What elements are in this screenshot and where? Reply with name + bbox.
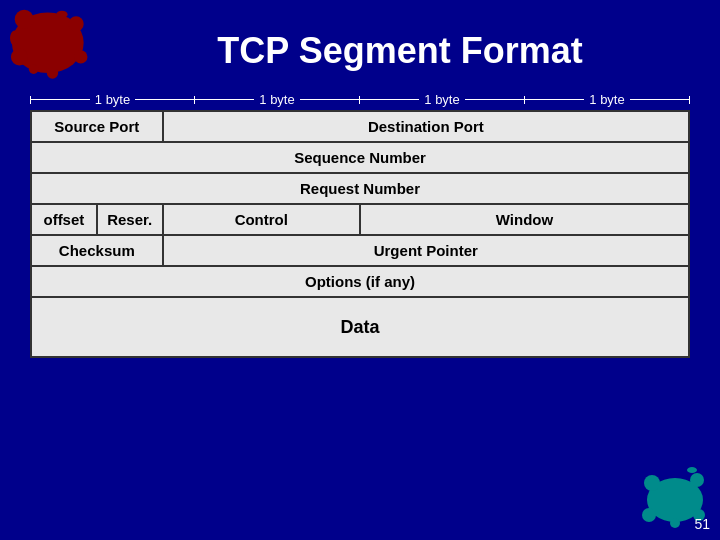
source-port-cell: Source Port bbox=[31, 111, 163, 142]
svg-point-10 bbox=[644, 475, 660, 491]
control-cell: Control bbox=[163, 204, 360, 235]
svg-point-11 bbox=[690, 473, 704, 487]
byte-ruler: 1 byte 1 byte 1 byte 1 byte bbox=[30, 92, 690, 107]
splatter-top-left-icon bbox=[5, 5, 100, 90]
dest-port-cell: Destination Port bbox=[163, 111, 689, 142]
svg-point-2 bbox=[69, 16, 84, 31]
offset-cell: offset bbox=[31, 204, 97, 235]
tcp-table: Source Port Destination Port Sequence Nu… bbox=[30, 110, 690, 358]
svg-point-6 bbox=[29, 65, 38, 74]
data-cell: Data bbox=[31, 297, 689, 357]
svg-point-14 bbox=[670, 518, 680, 528]
ruler-segment-3: 1 byte bbox=[360, 92, 525, 107]
svg-point-7 bbox=[56, 11, 67, 19]
table-row: offset Reser. Control Window bbox=[31, 204, 689, 235]
urgent-pointer-cell: Urgent Pointer bbox=[163, 235, 689, 266]
table-row: Checksum Urgent Pointer bbox=[31, 235, 689, 266]
ruler-segment-4: 1 byte bbox=[525, 92, 690, 107]
sequence-number-cell: Sequence Number bbox=[31, 142, 689, 173]
table-row: Source Port Destination Port bbox=[31, 111, 689, 142]
svg-point-15 bbox=[687, 467, 697, 473]
table-row: Sequence Number bbox=[31, 142, 689, 173]
table-row: Options (if any) bbox=[31, 266, 689, 297]
page-number: 51 bbox=[694, 516, 710, 532]
page-title: TCP Segment Format bbox=[30, 30, 690, 72]
table-row: Data bbox=[31, 297, 689, 357]
svg-point-12 bbox=[642, 508, 656, 522]
reser-cell: Reser. bbox=[97, 204, 163, 235]
svg-point-4 bbox=[74, 50, 87, 63]
svg-point-3 bbox=[11, 48, 28, 65]
checksum-cell: Checksum bbox=[31, 235, 163, 266]
svg-point-1 bbox=[15, 10, 34, 29]
request-number-cell: Request Number bbox=[31, 173, 689, 204]
ruler-segment-1: 1 byte bbox=[30, 92, 195, 107]
svg-point-5 bbox=[47, 67, 58, 78]
ruler-segment-2: 1 byte bbox=[195, 92, 360, 107]
window-cell: Window bbox=[360, 204, 689, 235]
options-cell: Options (if any) bbox=[31, 266, 689, 297]
svg-point-8 bbox=[10, 31, 19, 46]
table-row: Request Number bbox=[31, 173, 689, 204]
slide: TCP Segment Format 1 byte 1 byte 1 byte … bbox=[0, 0, 720, 540]
